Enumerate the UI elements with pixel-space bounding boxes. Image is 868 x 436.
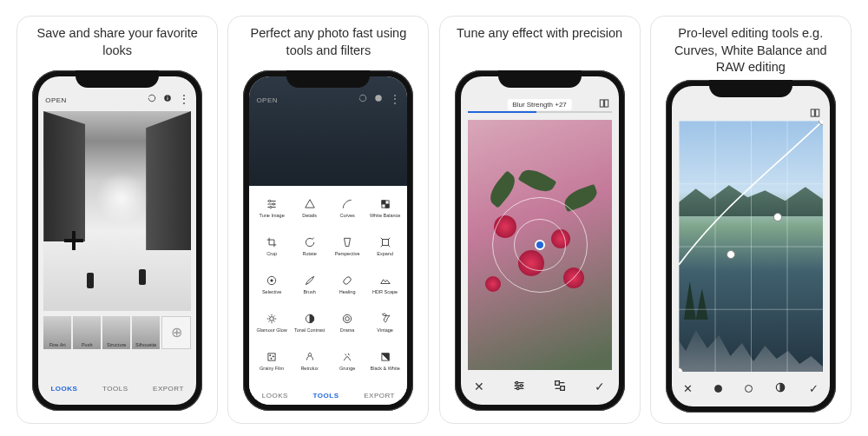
screenshot-panel-4: Pro-level editing tools e.g. Curves, Whi… (650, 16, 852, 424)
panel-headline: Pro-level editing tools e.g. Curves, Whi… (660, 25, 842, 80)
svg-rect-32 (815, 109, 819, 116)
contrast-icon[interactable] (774, 381, 786, 396)
phone-frame: Blur Strength +27 ✕ ✓ (455, 70, 625, 411)
screenshot-panel-3: Tune any effect with precision Blur Stre… (439, 16, 641, 424)
look-thumb[interactable]: Push (73, 316, 101, 349)
confirm-button[interactable]: ✓ (809, 382, 819, 395)
tool-hdr-scape[interactable]: HDR Scape (366, 266, 404, 304)
compare-icon[interactable] (809, 107, 821, 119)
svg-point-18 (345, 317, 350, 321)
undo-icon[interactable] (358, 94, 367, 104)
svg-point-28 (516, 387, 519, 390)
curve-handle[interactable] (727, 250, 735, 259)
main-photo[interactable] (468, 120, 612, 370)
svg-point-4 (269, 201, 271, 202)
svg-point-5 (273, 203, 274, 205)
tool-grainy-film[interactable]: Grainy Film (253, 342, 291, 380)
main-photo[interactable] (43, 111, 191, 311)
svg-point-6 (270, 207, 272, 208)
panel-headline: Perfect any photo fast using tools and f… (237, 25, 419, 70)
phone-screen: Blur Strength +27 ✕ ✓ (461, 76, 619, 405)
svg-rect-14 (343, 276, 352, 286)
tool-rotate[interactable]: Rotate (291, 228, 329, 266)
phone-screen: ✕ ✓ (672, 86, 830, 406)
svg-point-22 (271, 359, 272, 360)
tool-white-balance[interactable]: White Balance (366, 189, 404, 228)
svg-point-3 (375, 95, 382, 102)
phone-notch (709, 80, 792, 97)
svg-point-21 (273, 356, 273, 357)
svg-point-27 (520, 384, 523, 386)
add-look-button[interactable]: ⊕ (161, 316, 191, 349)
tool-perspective[interactable]: Perspective (328, 228, 366, 266)
phone-frame: OPEN ⋮ Tune Image Details Curves White B… (243, 70, 413, 411)
phone-screen: OPEN ⋮ Fine Art Push (38, 76, 196, 405)
screenshot-panel-2: Perfect any photo fast using tools and f… (227, 16, 429, 424)
look-thumb[interactable]: Structure (102, 316, 130, 349)
look-thumb[interactable]: Silhouette (132, 316, 160, 349)
tool-brush[interactable]: Brush (291, 266, 329, 304)
tool-glamour-glow[interactable]: Glamour Glow (253, 304, 291, 342)
open-button[interactable]: OPEN (45, 96, 67, 104)
open-button[interactable]: OPEN (256, 96, 278, 104)
tool-retrolux[interactable]: Retrolux (291, 342, 329, 380)
phone-notch (498, 70, 582, 88)
tool-black-white[interactable]: Black & White (366, 342, 404, 380)
tool-tonal-contrast[interactable]: Tonal Contrast (291, 304, 329, 342)
svg-point-17 (343, 315, 351, 323)
overflow-menu-icon[interactable]: ⋮ (179, 95, 190, 103)
svg-marker-7 (305, 200, 314, 208)
nav-export[interactable]: EXPORT (364, 392, 395, 400)
svg-rect-29 (556, 380, 560, 385)
phone-notch (76, 70, 159, 88)
compare-icon[interactable] (598, 97, 610, 109)
svg-rect-10 (385, 204, 389, 208)
tool-selective[interactable]: Selective (253, 266, 291, 304)
nav-looks[interactable]: LOOKS (50, 385, 77, 393)
tool-vintage[interactable]: Vintage (366, 304, 404, 342)
tool-grunge[interactable]: Grunge (328, 342, 366, 380)
channel-red-icon[interactable] (745, 385, 753, 393)
tool-details[interactable]: Details (291, 189, 329, 228)
dimmed-photo-area: OPEN ⋮ (249, 76, 407, 186)
svg-rect-31 (811, 109, 814, 116)
tool-tune-image[interactable]: Tune Image (253, 189, 291, 228)
phone-notch (286, 70, 370, 88)
look-thumb[interactable]: Fine Art (43, 316, 71, 349)
phone-frame: ✕ ✓ (666, 80, 836, 413)
nav-looks[interactable]: LOOKS (262, 392, 288, 400)
adjustment-slider[interactable] (468, 111, 612, 113)
undo-icon[interactable] (148, 94, 156, 104)
svg-rect-30 (561, 386, 565, 390)
phone-frame: OPEN ⋮ Fine Art Push (32, 70, 202, 411)
bottom-nav: LOOKS TOOLS EXPORT (38, 380, 196, 398)
tool-crop[interactable]: Crop (253, 228, 291, 266)
overflow-menu-icon[interactable]: ⋮ (390, 95, 401, 103)
curve-line[interactable] (679, 121, 823, 265)
svg-rect-1 (167, 97, 168, 100)
nav-export[interactable]: EXPORT (153, 385, 184, 393)
tool-healing[interactable]: Healing (328, 266, 366, 304)
confirm-button[interactable]: ✓ (595, 380, 605, 393)
nav-tools[interactable]: TOOLS (313, 392, 339, 400)
tool-drama[interactable]: Drama (328, 304, 366, 342)
edit-action-bar: ✕ ✓ (461, 373, 619, 400)
tool-curves[interactable]: Curves (328, 189, 366, 228)
cancel-button[interactable]: ✕ (474, 380, 484, 393)
info-icon[interactable] (374, 94, 383, 104)
adjust-icon[interactable] (512, 379, 526, 395)
nav-tools[interactable]: TOOLS (102, 385, 128, 393)
info-icon[interactable] (163, 94, 172, 104)
curve-handle[interactable] (773, 213, 782, 221)
looks-strip: Fine Art Push Structure Silhouette ⊕ (38, 316, 196, 349)
svg-point-20 (270, 355, 271, 356)
effects-icon[interactable] (553, 379, 567, 395)
main-photo[interactable] (679, 121, 823, 372)
focus-point-handle[interactable] (535, 240, 545, 250)
svg-rect-11 (382, 240, 388, 246)
cancel-button[interactable]: ✕ (683, 382, 693, 395)
tool-expand[interactable]: Expand (366, 228, 404, 266)
channel-luminance-icon[interactable] (714, 385, 722, 393)
svg-rect-19 (268, 353, 275, 360)
svg-point-15 (270, 317, 274, 321)
